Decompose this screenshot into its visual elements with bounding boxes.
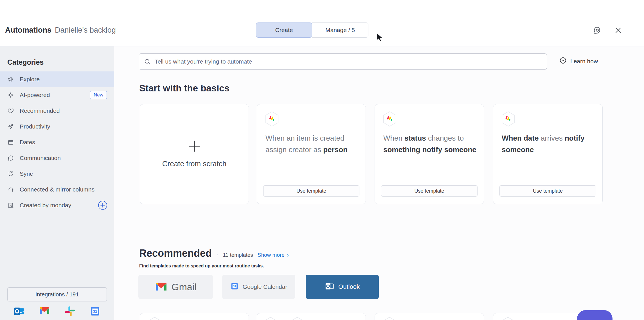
recommended-heading: Recommended bbox=[139, 247, 212, 259]
search-icon bbox=[144, 58, 151, 66]
page-title-app: Automations bbox=[5, 26, 51, 35]
new-badge: New bbox=[90, 91, 107, 99]
filter-chip-gmail[interactable]: Gmail bbox=[138, 275, 213, 299]
show-more-link[interactable]: Show more› bbox=[258, 252, 289, 258]
page-title-board: Danielle's backlog bbox=[55, 26, 116, 35]
app-logo-badge bbox=[264, 317, 277, 320]
tab-create[interactable]: Create bbox=[256, 22, 312, 38]
sidebar-item-label: Connected & mirror columns bbox=[20, 186, 94, 193]
use-template-button[interactable]: Use template bbox=[381, 185, 478, 197]
basics-heading: Start with the basics bbox=[139, 83, 229, 94]
chat-bubble-icon bbox=[7, 155, 14, 161]
tab-manage[interactable]: Manage / 5 bbox=[312, 22, 368, 38]
svg-text:31: 31 bbox=[233, 285, 236, 288]
create-from-scratch-label: Create from scratch bbox=[140, 159, 249, 168]
megaphone-icon bbox=[7, 76, 14, 83]
sidebar-heading: Categories bbox=[0, 46, 114, 71]
paper-plane-icon bbox=[7, 123, 14, 130]
mirror-arrow-icon bbox=[7, 186, 14, 193]
mouse-cursor bbox=[376, 33, 383, 42]
gmail-icon[interactable] bbox=[39, 306, 50, 317]
template-card-item-created[interactable]: When an item is created assign creator a… bbox=[257, 104, 366, 204]
create-from-scratch-card[interactable]: Create from scratch bbox=[140, 104, 249, 204]
sidebar-item-label: Productivity bbox=[20, 123, 50, 130]
sidebar-item-connected-mirror[interactable]: Connected & mirror columns bbox=[0, 182, 114, 197]
chip-label: Google Calendar bbox=[243, 283, 287, 290]
sidebar-item-productivity[interactable]: Productivity bbox=[0, 119, 114, 134]
templates-count: 11 templates bbox=[223, 252, 253, 258]
template-title: When status changes to something notify … bbox=[383, 132, 476, 156]
monday-logo-badge bbox=[265, 111, 279, 128]
chip-label: Outlook bbox=[338, 283, 360, 290]
monday-logo-badge bbox=[383, 317, 396, 320]
help-button[interactable] bbox=[577, 310, 613, 320]
outlook-icon bbox=[325, 281, 334, 292]
plus-circle-icon[interactable] bbox=[98, 200, 107, 210]
feedback-bubble-icon[interactable] bbox=[593, 26, 602, 36]
learn-how-label: Learn how bbox=[570, 58, 598, 65]
svg-text:31: 31 bbox=[93, 309, 97, 314]
main-panel: Learn how Start with the basics Create f… bbox=[114, 46, 644, 320]
sidebar-categories: Categories Explore AI-powered New bbox=[0, 46, 114, 320]
use-template-button[interactable]: Use template bbox=[263, 185, 359, 197]
gmail-icon bbox=[155, 281, 168, 293]
integrations-button[interactable]: Integrations / 191 bbox=[7, 287, 107, 301]
sidebar-item-label: Communication bbox=[20, 155, 61, 161]
sidebar-item-label: Sync bbox=[20, 170, 33, 177]
template-title: When date arrives notify someone bbox=[502, 132, 595, 156]
monday-logo-badge bbox=[148, 317, 161, 320]
filter-chip-outlook[interactable]: Outlook bbox=[306, 275, 379, 299]
template-card-status-change[interactable]: When status changes to something notify … bbox=[375, 104, 484, 204]
integration-app-icons: 31 bbox=[0, 306, 114, 317]
sidebar-item-sync[interactable]: Sync bbox=[0, 166, 114, 182]
sidebar-item-label: Dates bbox=[20, 139, 35, 146]
sidebar-item-label: Recommended bbox=[20, 107, 60, 114]
close-icon[interactable] bbox=[614, 26, 622, 35]
ai-sparkle-icon bbox=[7, 92, 14, 98]
partial-template-card[interactable] bbox=[375, 313, 484, 320]
chip-label: Gmail bbox=[172, 281, 197, 292]
calendar-icon bbox=[7, 139, 14, 146]
use-template-button[interactable]: Use template bbox=[499, 185, 596, 197]
page-title: Automations Danielle's backlog bbox=[5, 26, 116, 35]
sidebar-item-recommended[interactable]: Recommended bbox=[0, 103, 114, 119]
google-calendar-icon[interactable]: 31 bbox=[89, 306, 101, 317]
app-logo-badge bbox=[291, 317, 304, 320]
monday-logo-badge bbox=[501, 111, 515, 128]
sidebar-item-label: Explore bbox=[20, 76, 40, 83]
sidebar-item-communication[interactable]: Communication bbox=[0, 150, 114, 166]
filter-chip-google-calendar[interactable]: 31 Google Calendar bbox=[222, 275, 295, 299]
sidebar-item-dates[interactable]: Dates bbox=[0, 134, 114, 150]
sidebar-item-explore[interactable]: Explore bbox=[0, 71, 114, 87]
play-circle-icon bbox=[559, 57, 567, 66]
search-input[interactable] bbox=[139, 53, 547, 70]
automations-center-modal: Automations Danielle's backlog Create Ma… bbox=[0, 0, 644, 320]
template-card-date-arrives[interactable]: When date arrives notify someone Use tem… bbox=[493, 104, 603, 204]
template-title: When an item is created assign creator a… bbox=[265, 132, 358, 156]
sync-icon bbox=[7, 170, 14, 177]
partial-template-card[interactable] bbox=[140, 313, 249, 320]
monday-logo-badge bbox=[383, 111, 397, 128]
partial-template-card[interactable] bbox=[257, 313, 366, 320]
recommended-subtitle: Find templates made to speed up your mos… bbox=[139, 263, 264, 269]
outlook-icon[interactable] bbox=[13, 306, 25, 317]
dot-separator: · bbox=[216, 251, 218, 258]
building-icon bbox=[7, 202, 14, 209]
header: Automations Danielle's backlog Create Ma… bbox=[0, 0, 644, 46]
automation-search bbox=[139, 53, 547, 70]
monday-logo-badge bbox=[501, 317, 515, 320]
create-manage-tabs: Create Manage / 5 bbox=[256, 22, 368, 38]
plus-icon bbox=[188, 140, 201, 154]
sidebar-item-label: Created by monday bbox=[20, 202, 71, 209]
sidebar-item-ai-powered[interactable]: AI-powered New bbox=[0, 87, 114, 103]
slack-icon[interactable] bbox=[64, 306, 76, 317]
sidebar-item-label: AI-powered bbox=[20, 92, 50, 98]
heart-icon bbox=[7, 107, 14, 114]
learn-how-link[interactable]: Learn how bbox=[559, 57, 598, 66]
chevron-right-icon: › bbox=[287, 252, 289, 258]
sidebar-item-created-by-monday[interactable]: Created by monday bbox=[0, 197, 114, 213]
google-calendar-icon: 31 bbox=[230, 282, 239, 292]
